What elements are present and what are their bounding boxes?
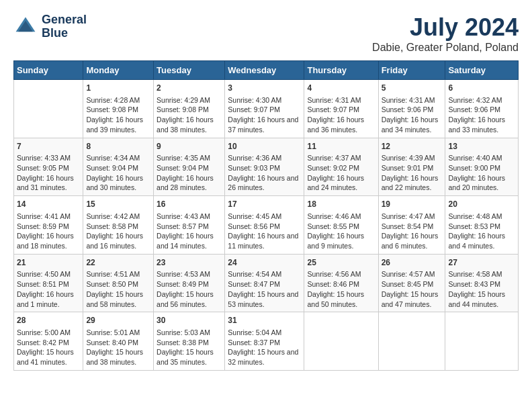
- day-number: 4: [307, 83, 375, 94]
- calendar-cell: 8Sunrise: 4:34 AM Sunset: 9:04 PM Daylig…: [83, 138, 154, 196]
- day-number: 26: [382, 257, 443, 269]
- day-number: 14: [17, 199, 80, 210]
- day-number: 27: [448, 257, 515, 269]
- col-monday: Monday: [83, 61, 154, 80]
- cell-content: Sunrise: 4:29 AM Sunset: 9:08 PM Dayligh…: [157, 95, 222, 135]
- calendar-cell: 24Sunrise: 4:54 AM Sunset: 8:47 PM Dayli…: [225, 254, 304, 312]
- calendar-cell: 9Sunrise: 4:35 AM Sunset: 9:04 PM Daylig…: [154, 138, 225, 196]
- cell-content: Sunrise: 4:30 AM Sunset: 9:07 PM Dayligh…: [228, 95, 301, 135]
- day-number: 24: [228, 257, 301, 269]
- calendar-cell: 18Sunrise: 4:46 AM Sunset: 8:55 PM Dayli…: [304, 196, 378, 255]
- cell-content: Sunrise: 4:48 AM Sunset: 8:53 PM Dayligh…: [448, 212, 515, 251]
- month-title: July 2024: [372, 13, 519, 42]
- calendar-cell: 6Sunrise: 4:32 AM Sunset: 9:06 PM Daylig…: [445, 80, 519, 138]
- calendar-cell: 4Sunrise: 4:31 AM Sunset: 9:07 PM Daylig…: [304, 80, 378, 138]
- cell-content: Sunrise: 4:40 AM Sunset: 9:00 PM Dayligh…: [448, 153, 515, 193]
- cell-content: Sunrise: 4:33 AM Sunset: 9:05 PM Dayligh…: [17, 153, 80, 193]
- calendar-cell: 19Sunrise: 4:47 AM Sunset: 8:54 PM Dayli…: [378, 196, 445, 255]
- cell-content: Sunrise: 4:53 AM Sunset: 8:49 PM Dayligh…: [157, 269, 222, 309]
- day-number: 3: [228, 83, 301, 94]
- header-row: Sunday Monday Tuesday Wednesday Thursday…: [14, 61, 519, 80]
- cell-content: Sunrise: 4:57 AM Sunset: 8:45 PM Dayligh…: [382, 269, 443, 309]
- cell-content: Sunrise: 5:03 AM Sunset: 8:38 PM Dayligh…: [157, 328, 222, 367]
- cell-content: Sunrise: 4:41 AM Sunset: 8:59 PM Dayligh…: [17, 212, 80, 251]
- day-number: 16: [157, 199, 222, 210]
- col-saturday: Saturday: [445, 61, 519, 80]
- calendar-cell: 30Sunrise: 5:03 AM Sunset: 8:38 PM Dayli…: [154, 312, 225, 371]
- logo-line2: Blue: [42, 27, 87, 40]
- day-number: 28: [17, 315, 80, 326]
- day-number: 22: [86, 257, 150, 269]
- calendar-cell: 27Sunrise: 4:58 AM Sunset: 8:43 PM Dayli…: [445, 254, 519, 312]
- calendar-cell: 28Sunrise: 5:00 AM Sunset: 8:42 PM Dayli…: [14, 312, 83, 371]
- title-section: July 2024 Dabie, Greater Poland, Poland: [372, 13, 519, 54]
- col-friday: Friday: [378, 61, 445, 80]
- day-number: 15: [86, 199, 150, 210]
- cell-content: Sunrise: 4:28 AM Sunset: 9:08 PM Dayligh…: [86, 95, 150, 135]
- logo-line1: General: [42, 13, 87, 27]
- day-number: 12: [382, 141, 443, 152]
- cell-content: Sunrise: 4:58 AM Sunset: 8:43 PM Dayligh…: [448, 269, 515, 309]
- cell-content: Sunrise: 4:39 AM Sunset: 9:01 PM Dayligh…: [382, 153, 443, 193]
- cell-content: Sunrise: 4:31 AM Sunset: 9:07 PM Dayligh…: [307, 95, 375, 135]
- logo: General Blue: [13, 13, 87, 40]
- calendar-cell: [378, 312, 445, 371]
- calendar-cell: 10Sunrise: 4:36 AM Sunset: 9:03 PM Dayli…: [225, 138, 304, 196]
- calendar-cell: [14, 80, 83, 138]
- calendar-week-1: 1Sunrise: 4:28 AM Sunset: 9:08 PM Daylig…: [14, 80, 519, 138]
- calendar-cell: 11Sunrise: 4:37 AM Sunset: 9:02 PM Dayli…: [304, 138, 378, 196]
- day-number: 18: [307, 199, 375, 210]
- day-number: 1: [86, 83, 150, 94]
- day-number: 21: [17, 257, 80, 269]
- calendar-cell: 20Sunrise: 4:48 AM Sunset: 8:53 PM Dayli…: [445, 196, 519, 255]
- cell-content: Sunrise: 4:36 AM Sunset: 9:03 PM Dayligh…: [228, 153, 301, 193]
- day-number: 9: [157, 141, 222, 152]
- calendar-week-5: 28Sunrise: 5:00 AM Sunset: 8:42 PM Dayli…: [14, 312, 519, 371]
- day-number: 31: [228, 315, 301, 326]
- cell-content: Sunrise: 5:01 AM Sunset: 8:40 PM Dayligh…: [86, 328, 150, 367]
- cell-content: Sunrise: 4:45 AM Sunset: 8:56 PM Dayligh…: [228, 212, 301, 251]
- cell-content: Sunrise: 4:42 AM Sunset: 8:58 PM Dayligh…: [86, 212, 150, 251]
- calendar-cell: 7Sunrise: 4:33 AM Sunset: 9:05 PM Daylig…: [14, 138, 83, 196]
- day-number: 5: [382, 83, 443, 94]
- day-number: 13: [448, 141, 515, 152]
- cell-content: Sunrise: 4:46 AM Sunset: 8:55 PM Dayligh…: [307, 212, 375, 251]
- cell-content: Sunrise: 4:31 AM Sunset: 9:06 PM Dayligh…: [382, 95, 443, 135]
- logo-icon: [13, 15, 38, 39]
- calendar-cell: 5Sunrise: 4:31 AM Sunset: 9:06 PM Daylig…: [378, 80, 445, 138]
- day-number: 19: [382, 199, 443, 210]
- calendar-table: Sunday Monday Tuesday Wednesday Thursday…: [13, 60, 519, 371]
- calendar-cell: 15Sunrise: 4:42 AM Sunset: 8:58 PM Dayli…: [83, 196, 154, 255]
- cell-content: Sunrise: 4:47 AM Sunset: 8:54 PM Dayligh…: [382, 212, 443, 251]
- calendar-week-2: 7Sunrise: 4:33 AM Sunset: 9:05 PM Daylig…: [14, 138, 519, 196]
- cell-content: Sunrise: 4:54 AM Sunset: 8:47 PM Dayligh…: [228, 269, 301, 309]
- calendar-week-4: 21Sunrise: 4:50 AM Sunset: 8:51 PM Dayli…: [14, 254, 519, 312]
- col-sunday: Sunday: [14, 61, 83, 80]
- calendar-cell: 3Sunrise: 4:30 AM Sunset: 9:07 PM Daylig…: [225, 80, 304, 138]
- calendar-cell: 23Sunrise: 4:53 AM Sunset: 8:49 PM Dayli…: [154, 254, 225, 312]
- cell-content: Sunrise: 4:50 AM Sunset: 8:51 PM Dayligh…: [17, 269, 80, 309]
- calendar-cell: 1Sunrise: 4:28 AM Sunset: 9:08 PM Daylig…: [83, 80, 154, 138]
- calendar-cell: 26Sunrise: 4:57 AM Sunset: 8:45 PM Dayli…: [378, 254, 445, 312]
- calendar-cell: 14Sunrise: 4:41 AM Sunset: 8:59 PM Dayli…: [14, 196, 83, 255]
- cell-content: Sunrise: 4:43 AM Sunset: 8:57 PM Dayligh…: [157, 212, 222, 251]
- calendar-cell: [304, 312, 378, 371]
- day-number: 20: [448, 199, 515, 210]
- calendar-cell: 21Sunrise: 4:50 AM Sunset: 8:51 PM Dayli…: [14, 254, 83, 312]
- calendar-week-3: 14Sunrise: 4:41 AM Sunset: 8:59 PM Dayli…: [14, 196, 519, 255]
- calendar-cell: [445, 312, 519, 371]
- calendar-header: Sunday Monday Tuesday Wednesday Thursday…: [14, 61, 519, 80]
- col-wednesday: Wednesday: [225, 61, 304, 80]
- page-header: General Blue July 2024 Dabie, Greater Po…: [13, 13, 519, 54]
- cell-content: Sunrise: 4:34 AM Sunset: 9:04 PM Dayligh…: [86, 153, 150, 193]
- day-number: 29: [86, 315, 150, 326]
- calendar-cell: 12Sunrise: 4:39 AM Sunset: 9:01 PM Dayli…: [378, 138, 445, 196]
- cell-content: Sunrise: 4:35 AM Sunset: 9:04 PM Dayligh…: [157, 153, 222, 193]
- day-number: 11: [307, 141, 375, 152]
- calendar-cell: 29Sunrise: 5:01 AM Sunset: 8:40 PM Dayli…: [83, 312, 154, 371]
- cell-content: Sunrise: 4:51 AM Sunset: 8:50 PM Dayligh…: [86, 269, 150, 309]
- calendar-cell: 2Sunrise: 4:29 AM Sunset: 9:08 PM Daylig…: [154, 80, 225, 138]
- cell-content: Sunrise: 4:32 AM Sunset: 9:06 PM Dayligh…: [448, 95, 515, 135]
- cell-content: Sunrise: 4:56 AM Sunset: 8:46 PM Dayligh…: [307, 269, 375, 309]
- day-number: 6: [448, 83, 515, 94]
